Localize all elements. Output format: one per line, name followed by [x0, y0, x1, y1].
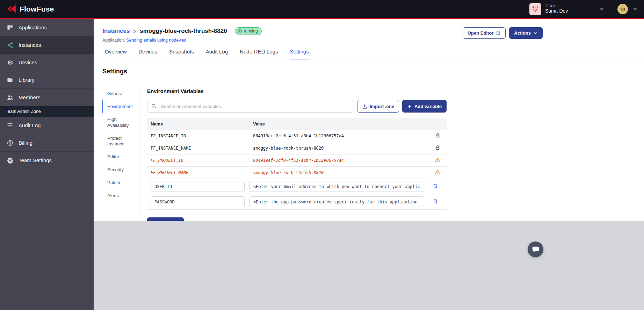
chevron-down-icon	[533, 31, 538, 35]
tab-nodered-logs[interactable]: Node-RED Logs	[240, 49, 278, 59]
application-link[interactable]: Sending emails using node-red	[126, 38, 186, 43]
actions-button[interactable]: Actions	[509, 27, 543, 39]
column-header-value: Value	[249, 118, 428, 130]
status-badge-label: running	[244, 29, 258, 34]
chat-widget-button[interactable]	[528, 241, 543, 257]
import-env-button[interactable]: Import .env	[357, 100, 399, 113]
tab-snapshots[interactable]: Snapshots	[169, 49, 194, 59]
team-label: TEAM:	[545, 4, 568, 8]
env-name: FF_PROJECT_ID	[147, 154, 249, 167]
plus-icon	[407, 104, 412, 109]
env-name: FF_INSTANCE_ID	[147, 130, 249, 142]
env-name: FF_INSTANCE_NAME	[147, 142, 249, 154]
subnav-item-environment[interactable]: Environment	[102, 100, 139, 113]
sidebar-item-label: Instances	[19, 42, 41, 48]
env-value: smoggy-blue-rock-thrush-8820	[249, 167, 428, 179]
sidebar-item-library[interactable]: Library	[0, 71, 94, 89]
breadcrumb-instances-link[interactable]: Instances	[102, 28, 130, 35]
members-icon	[6, 94, 14, 101]
import-icon	[362, 104, 367, 109]
main-content: Instances > smoggy-blue-rock-thrush-8820…	[94, 19, 644, 221]
sidebar-item-team-settings[interactable]: Team Settings	[0, 152, 94, 169]
open-editor-button[interactable]: Open Editor	[463, 27, 506, 39]
check-circle-icon	[238, 29, 242, 34]
sidebar-item-members[interactable]: Members	[0, 89, 94, 106]
audit-log-icon	[6, 122, 14, 129]
subnav-item-editor[interactable]: Editor	[102, 151, 139, 164]
page-background	[94, 221, 644, 310]
tab-settings[interactable]: Settings	[290, 49, 309, 59]
env-value-input[interactable]	[249, 181, 424, 192]
gear-icon	[6, 157, 14, 164]
env-search-input[interactable]	[147, 100, 354, 113]
instances-icon	[6, 41, 14, 49]
devices-icon	[6, 59, 14, 66]
billing-icon	[6, 139, 14, 146]
sidebar-item-instances[interactable]: Instances	[0, 36, 94, 54]
sidebar-item-label: Billing	[19, 140, 32, 146]
trash-icon[interactable]	[433, 183, 438, 189]
tab-devices[interactable]: Devices	[139, 49, 157, 59]
subnav-item-palette[interactable]: Palette	[102, 176, 139, 189]
add-variable-button[interactable]: Add variable	[402, 100, 447, 113]
table-row: FF_PROJECT_NAME smoggy-blue-rock-thrush-…	[147, 167, 447, 179]
actions-label: Actions	[514, 30, 531, 36]
breadcrumb-separator: >	[133, 28, 136, 34]
sidebar-item-label: Devices	[19, 59, 37, 65]
save-settings-button[interactable]: Save settings	[147, 217, 184, 221]
env-value-input[interactable]	[249, 196, 424, 207]
subnav-item-general[interactable]: General	[102, 87, 139, 100]
sidebar-item-label: Members	[19, 94, 41, 100]
import-env-label: Import .env	[370, 104, 394, 109]
open-editor-label: Open Editor	[468, 30, 493, 36]
table-row	[147, 194, 447, 210]
subnav-item-security[interactable]: Security	[102, 164, 139, 176]
env-value: 004919af-2cf0-4f51-a8b4-1b12906757a4	[249, 130, 428, 142]
sidebar-item-label: Applications	[19, 24, 47, 30]
folder-icon	[6, 76, 14, 84]
column-header-name: Name	[147, 118, 249, 130]
sidebar-item-audit-log[interactable]: Audit Log	[0, 117, 94, 134]
external-link-icon	[496, 31, 501, 36]
subnav-item-high-availability[interactable]: High Availability	[102, 113, 139, 132]
env-name: FF_PROJECT_NAME	[147, 167, 249, 179]
table-row: FF_INSTANCE_NAME smoggy-blue-rock-thrush…	[147, 142, 447, 154]
subnav-item-protect-instance[interactable]: Protect Instance	[102, 132, 139, 151]
table-row: FF_PROJECT_ID 004919af-2cf0-4f51-a8b4-1b…	[147, 154, 447, 167]
env-name-input[interactable]	[151, 181, 245, 192]
sidebar-item-billing[interactable]: Billing	[0, 134, 94, 152]
user-avatar: su	[617, 4, 628, 14]
tab-overview[interactable]: Overview	[105, 49, 127, 59]
trash-icon[interactable]	[433, 199, 438, 204]
instance-name: smoggy-blue-rock-thrush-8820	[140, 28, 227, 35]
chat-bubble-icon	[532, 246, 540, 253]
column-header-actions	[428, 118, 447, 130]
sidebar-item-applications[interactable]: Applications	[0, 19, 94, 36]
subnav-item-alerts[interactable]: Alerts	[102, 189, 139, 202]
brand-name: FlowFuse	[20, 5, 54, 13]
sidebar: Applications Instances Devices Library M…	[0, 19, 94, 310]
team-name: Sumit-Dev	[545, 8, 568, 14]
status-badge: running	[235, 27, 262, 35]
table-row: FF_INSTANCE_ID 004919af-2cf0-4f51-a8b4-1…	[147, 130, 447, 142]
team-selector[interactable]: TEAM: Sumit-Dev	[523, 0, 611, 18]
tab-audit-log[interactable]: Audit Log	[206, 49, 228, 59]
sidebar-item-devices[interactable]: Devices	[0, 54, 94, 71]
breadcrumb: Instances > smoggy-blue-rock-thrush-8820…	[102, 27, 262, 35]
env-name-input[interactable]	[151, 196, 245, 207]
search-icon	[151, 103, 157, 110]
chevron-down-icon	[632, 6, 638, 12]
settings-page-title: Settings	[102, 68, 543, 75]
lock-icon	[435, 145, 440, 150]
env-value: smoggy-blue-rock-thrush-8820	[249, 142, 428, 154]
sidebar-item-label: Library	[19, 77, 35, 83]
lock-icon	[435, 133, 440, 138]
team-admin-zone-label: Team Admin Zone	[0, 106, 94, 117]
topbar: FlowFuse TEAM: Sumit-Dev su	[0, 0, 644, 19]
flowfuse-logo-icon	[7, 4, 16, 14]
brand-logo[interactable]: FlowFuse	[0, 0, 94, 18]
applications-icon	[6, 24, 14, 31]
settings-subnav: General Environment High Availability Pr…	[102, 87, 139, 221]
warning-icon	[435, 157, 441, 163]
user-menu[interactable]: su	[611, 0, 644, 18]
